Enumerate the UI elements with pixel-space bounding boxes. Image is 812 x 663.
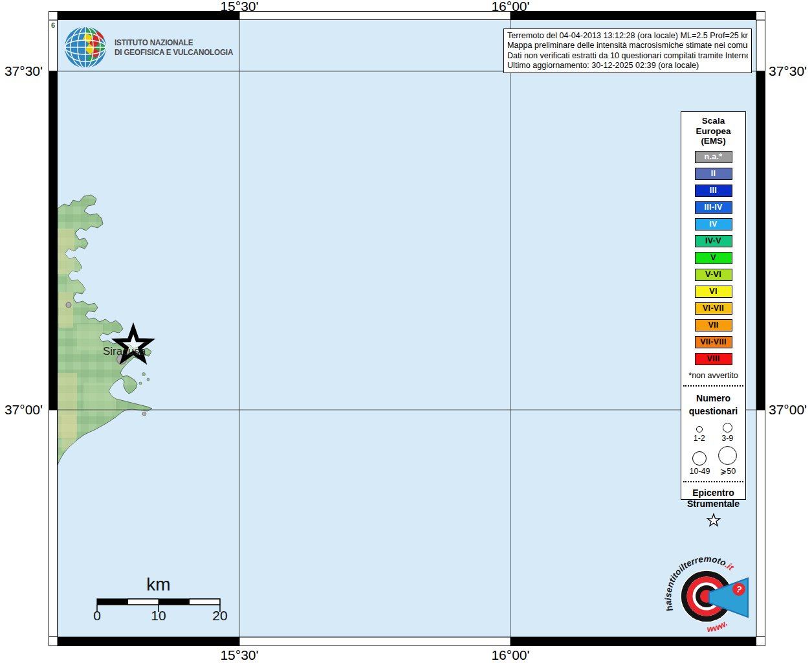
haisentitoilterremoto-logo: haisentitoilterremoto.it www. ?	[664, 554, 750, 637]
lat-label-left-1: 37°30'	[0, 63, 43, 79]
city-label-siracusa: Siracusa	[103, 345, 146, 358]
legend-box: Scala Europea (EMS) n.a.* II III III-IV …	[681, 111, 746, 500]
intensity-chip-iii: III	[695, 185, 732, 197]
intensity-chip-iv: IV	[695, 218, 732, 230]
terrain-layer	[58, 20, 756, 637]
questionnaire-circle-10-49-icon	[692, 451, 707, 466]
intensity-chip-vi: VI	[695, 286, 732, 298]
legend-title-line3: (EMS)	[681, 136, 745, 146]
event-info-box: Terremoto del 04-04-2013 13:12:28 (ora l…	[503, 28, 752, 73]
event-info-line3: Dati non verificati estratti da 10 quest…	[507, 51, 748, 61]
legend-footnote: *non avvertito	[681, 371, 745, 380]
lat-label-right-2: 37°00'	[769, 402, 811, 418]
islet-2	[147, 378, 149, 381]
questionnaire-size-1-2: 1-2	[694, 434, 705, 443]
legend-title-line1: Scala	[681, 116, 745, 126]
scalebar-tick-20: 20	[212, 608, 227, 624]
legend-title-line2: Europea	[681, 126, 745, 137]
event-info-line1: Terremoto del 04-04-2013 13:12:28 (ora l…	[507, 31, 748, 41]
lat-label-right-1: 37°30'	[769, 63, 811, 79]
scalebar-tick-10: 10	[151, 608, 166, 624]
municipality-circle-small	[66, 302, 71, 308]
scalebar-unit: km	[126, 574, 191, 595]
ingv-branding: ISTITUTO NAZIONALE DI GEOFISICA E VULCAN…	[63, 25, 247, 69]
sea-fill	[58, 20, 756, 637]
epicenter-title-line1: Epicentro	[681, 488, 745, 499]
islet-1	[142, 373, 146, 376]
questionnaire-title-line2: questionari	[681, 405, 745, 418]
intensity-chip-vii-viii: VII-VIII	[695, 336, 732, 348]
questionnaire-title-line1: Numero	[681, 392, 745, 405]
intensity-chip-iv-v: IV-V	[695, 235, 732, 247]
legend-separator-1	[683, 385, 743, 387]
intensity-chip-v-vi: V-VI	[695, 269, 732, 281]
ingv-globe-icon	[63, 25, 108, 69]
intensity-chip-na: n.a.*	[695, 151, 732, 163]
questionnaire-circle-50-icon	[718, 446, 737, 465]
intensity-chip-v: V	[695, 252, 732, 264]
lon-label-bottom-2: 16°00'	[491, 647, 529, 663]
questionnaire-circle-1-2-icon	[696, 426, 703, 433]
event-info-line2: Mappa preliminare delle intensità macros…	[507, 41, 748, 51]
questionnaire-size-10-49: 10-49	[690, 467, 710, 476]
scalebar-tick-0: 0	[93, 608, 101, 624]
intensity-chip-vi-vii: VI-VII	[695, 302, 732, 315]
institute-name-line1: ISTITUTO NAZIONALE	[115, 38, 233, 48]
intensity-chip-viii: VIII	[695, 353, 732, 365]
intensity-chip-iii-iv: III-IV	[695, 201, 732, 214]
legend-separator-2	[683, 481, 743, 482]
legend-epicenter-star-icon	[705, 512, 722, 529]
intensity-chip-ii: II	[695, 168, 732, 180]
macroseismic-map-page: 15°30' 16°00' 15°30' 16°00' 37°30' 37°00…	[0, 0, 812, 663]
islet-3	[139, 382, 142, 385]
lon-label-top-1: 15°30'	[220, 0, 258, 14]
lat-label-left-2: 37°00'	[0, 402, 43, 418]
islet-4	[142, 412, 146, 416]
questionnaire-size-50: ⩾50	[720, 466, 736, 476]
lon-label-bottom-1: 15°30'	[220, 647, 258, 663]
institute-name-line2: DI GEOFISICA E VULCANOLOGIA	[115, 47, 233, 58]
questionnaire-circle-3-9-icon	[723, 423, 732, 433]
intensity-chip-vii: VII	[695, 319, 732, 332]
event-info-line4: Ultimo aggiornamento: 30-12-2025 02:39 (…	[507, 61, 748, 71]
map-canvas: ISTITUTO NAZIONALE DI GEOFISICA E VULCAN…	[58, 20, 756, 637]
questionnaire-size-3-9: 3-9	[721, 434, 733, 443]
epicenter-title-line2: Strumentale	[681, 499, 745, 510]
corner-mark: 6	[51, 21, 55, 29]
lon-label-top-2: 16°00'	[491, 0, 529, 14]
